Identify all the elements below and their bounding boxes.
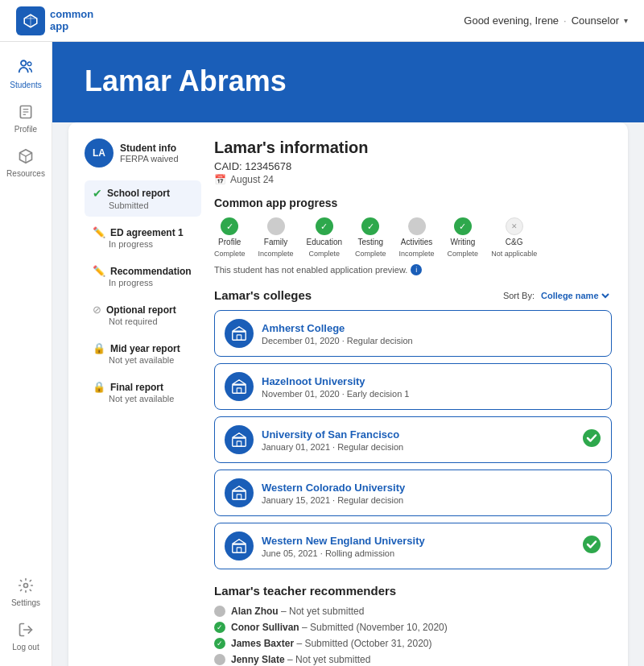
nav-school-report-status: Submitted [109, 201, 193, 210]
college-name: Amherst College [262, 322, 601, 334]
logo-text: commonapp [50, 9, 93, 32]
pencil-icon-rec: ✏️ [93, 265, 105, 277]
svg-point-1 [21, 60, 26, 65]
nav-mid-title: Mid year report [110, 343, 180, 354]
rec-status: – Not yet submitted [281, 606, 364, 617]
svg-point-8 [24, 584, 28, 588]
college-card[interactable]: Amherst CollegeDecember 01, 2020 · Regul… [214, 310, 612, 357]
college-card[interactable]: Western New England UniversityJune 05, 2… [214, 523, 612, 569]
college-card[interactable]: University of San FranciscoJanuary 01, 2… [214, 416, 612, 463]
rec-status: – Submitted (October 31, 2020) [296, 638, 431, 649]
rec-name: Conor Sullivan [231, 622, 299, 633]
nav-mid-year[interactable]: 🔒 Mid year report Not yet available [85, 336, 201, 371]
main-card: LA Student info FERPA waived ✔ School re… [68, 122, 628, 666]
role-button[interactable]: Counselor [572, 14, 619, 27]
college-detail: November 01, 2020 · Early decision 1 [262, 389, 601, 399]
sidebar-item-logout[interactable]: Log out [0, 614, 52, 658]
progress-item-testing: ✓TestingComplete [355, 217, 386, 258]
college-card[interactable]: Hazelnoot UniversityNovember 01, 2020 · … [214, 363, 612, 410]
progress-item-c&g: ✕C&GNot applicable [491, 217, 537, 258]
sidebar-item-settings[interactable]: Settings [0, 569, 52, 614]
pending-icon [214, 606, 225, 617]
svg-rect-19 [233, 544, 246, 552]
college-icon [225, 532, 254, 561]
nav-mid-status: Not yet available [109, 355, 193, 365]
lock-icon-final: 🔒 [93, 381, 105, 393]
nav-optional-report[interactable]: ⊘ Optional report Not required [85, 297, 201, 333]
nav-school-report-title: School report [107, 188, 170, 199]
progress-item-family: FamilyIncomplete [258, 217, 294, 258]
rec-name: Alan Zhou [231, 606, 279, 617]
date-text: August 24 [230, 174, 274, 185]
svg-point-2 [27, 62, 31, 66]
college-name: Western New England University [262, 535, 574, 547]
submitted-icon: ✓ [214, 638, 225, 649]
content-area: LA Student info FERPA waived ✔ School re… [52, 122, 644, 666]
nav-ed-agreement[interactable]: ✏️ ED agreement 1 In progress [85, 220, 201, 255]
progress-item-profile: ✓ProfileComplete [214, 217, 246, 258]
lamar-heading: Lamar's information [214, 139, 612, 157]
svg-rect-11 [237, 335, 242, 340]
nav-recommendation[interactable]: ✏️ Recommendation In progress [85, 259, 201, 294]
sidebar-item-profile[interactable]: Profile [0, 96, 52, 140]
recommender-item: ✓Conor Sullivan – Submitted (November 10… [214, 622, 612, 633]
left-panel: LA Student info FERPA waived ✔ School re… [85, 139, 201, 666]
sidebar-item-resources[interactable]: Resources [0, 140, 52, 184]
nav-optional-status: Not required [109, 316, 193, 326]
nav-ed-status: In progress [109, 239, 193, 249]
nav-dot: · [564, 14, 567, 27]
college-name: University of San Francisco [262, 428, 574, 441]
right-panel: Lamar's information CAID: 12345678 📅 Aug… [214, 139, 612, 666]
rec-status: – Submitted (November 10, 2020) [302, 622, 448, 633]
recommenders-list: Alan Zhou – Not yet submitted✓Conor Sull… [214, 606, 612, 666]
colleges-list: Amherst CollegeDecember 01, 2020 · Regul… [214, 310, 612, 569]
recommenders-section: Lamar's teacher recommenders Alan Zhou –… [214, 584, 612, 666]
nav-final-title: Final report [110, 382, 163, 393]
recommender-item: Jenny Slate – Not yet submitted [214, 654, 612, 665]
profile-icon [18, 104, 34, 122]
resources-icon [18, 148, 34, 167]
check-icon-school: ✔ [93, 187, 102, 200]
sort-select[interactable]: College name [538, 290, 612, 301]
recommender-item: ✓James Baxter – Submitted (October 31, 2… [214, 638, 612, 649]
college-check-icon [582, 428, 601, 452]
nav-school-report[interactable]: ✔ School report Submitted [85, 180, 201, 217]
sidebar: Students Profile Resources [0, 42, 52, 666]
sort-by: Sort By: College name [503, 290, 612, 301]
student-name-hero: Lamar Abrams [85, 64, 612, 98]
preview-note: This student has not enabled application… [214, 264, 612, 275]
lock-icon-mid: 🔒 [93, 342, 105, 354]
college-check-icon [582, 535, 601, 558]
sidebar-item-students[interactable]: Students [0, 50, 52, 96]
student-info-block: LA Student info FERPA waived [85, 139, 201, 168]
logo-area: commonapp [16, 6, 93, 35]
si-ferpa: FERPA waived [120, 154, 179, 163]
svg-rect-18 [237, 494, 242, 499]
college-icon [225, 478, 254, 507]
nav-rec-status: In progress [109, 278, 193, 287]
sidebar-settings-label: Settings [11, 598, 40, 607]
nav-optional-title: Optional report [106, 304, 176, 316]
svg-point-16 [583, 429, 601, 447]
progress-item-education: ✓EducationComplete [307, 217, 342, 258]
svg-point-21 [583, 536, 601, 553]
svg-rect-15 [237, 441, 242, 446]
svg-rect-17 [233, 491, 246, 499]
submitted-icon: ✓ [214, 622, 225, 633]
rec-name: Jenny Slate [231, 654, 285, 665]
college-card[interactable]: Western Colorado UniversityJanuary 15, 2… [214, 470, 612, 516]
date-line: 📅 August 24 [214, 174, 612, 185]
si-section-title: Student info [120, 143, 179, 154]
colleges-title: Lamar's colleges [214, 288, 312, 302]
progress-item-activities: ActivitiesIncomplete [399, 217, 435, 258]
nav-rec-title: Recommendation [110, 266, 192, 277]
nav-final-report[interactable]: 🔒 Final report Not yet available [85, 374, 201, 410]
sidebar-students-label: Students [10, 81, 41, 89]
role-chevron[interactable]: ▾ [624, 16, 628, 25]
college-icon [225, 425, 254, 454]
circle-icon-optional: ⊘ [93, 304, 101, 316]
avatar: LA [85, 139, 114, 168]
sidebar-logout-label: Log out [12, 643, 39, 652]
svg-rect-10 [233, 332, 246, 340]
college-name: Hazelnoot University [262, 375, 601, 387]
